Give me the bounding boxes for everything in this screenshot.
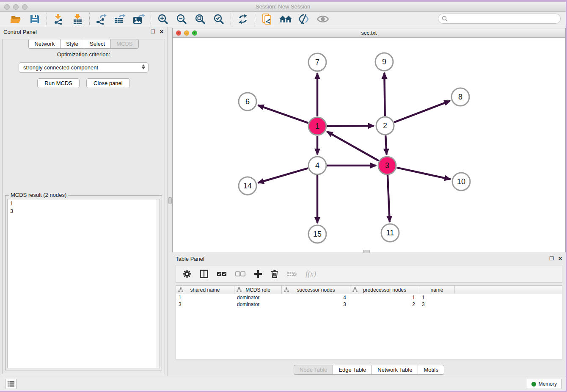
tab-edge-table[interactable]: Edge Table [333, 365, 372, 375]
column-header-successor-nodes[interactable]: successor nodes [282, 286, 350, 294]
tab-node-table[interactable]: Node Table [294, 365, 333, 375]
attribute-type-icon [284, 287, 289, 293]
save-session-button[interactable] [28, 13, 41, 25]
zoom-out-button[interactable] [175, 13, 188, 25]
apply-function-button[interactable]: f(x) [306, 270, 316, 279]
run-mcds-button[interactable]: Run MCDS [37, 78, 80, 88]
import-network-button[interactable] [52, 13, 66, 25]
column-header-filler [455, 286, 562, 294]
node-table: shared nameMCDS rolesuccessor nodesprede… [176, 285, 562, 359]
edge-4-14[interactable] [258, 168, 308, 182]
session-title: Session: New Session [0, 3, 566, 10]
tab-network[interactable]: Network [28, 39, 60, 49]
node-label-1: 1 [315, 122, 319, 130]
mcds-result-node: 1 [8, 199, 160, 207]
tab-select[interactable]: Select [84, 39, 110, 49]
horizontal-splitter-handle[interactable] [363, 250, 370, 253]
edge-3-1[interactable] [327, 132, 379, 161]
memory-label: Memory [539, 381, 557, 387]
cell-successor-nodes[interactable]: 4 [282, 294, 350, 301]
attribute-type-icon [178, 287, 183, 293]
gear-icon [183, 270, 191, 278]
close-panel-icon[interactable]: ✕ [160, 29, 164, 34]
table-settings-button[interactable] [183, 270, 191, 278]
add-row-button[interactable] [254, 270, 262, 278]
memory-button[interactable]: Memory [527, 379, 561, 389]
table-row[interactable]: 1dominator411 [176, 294, 562, 301]
close-table-panel-icon[interactable]: ✕ [558, 256, 562, 261]
cell-predecessor-nodes[interactable]: 2 [350, 301, 419, 308]
trash-icon [271, 270, 278, 278]
node-label-8: 8 [458, 93, 462, 101]
delete-rows-button[interactable] [271, 270, 278, 278]
mcds-result-list[interactable]: 13 [7, 199, 160, 368]
column-header-shared-name[interactable]: shared name [176, 286, 234, 294]
clone-network-button[interactable] [260, 13, 274, 25]
attribute-type-icon [352, 287, 358, 293]
select-all-rows-button[interactable] [217, 271, 227, 277]
zoom-in-button[interactable] [156, 13, 170, 25]
list-icon [8, 381, 14, 387]
export-network-button[interactable] [95, 13, 108, 25]
table-row[interactable]: 3dominator323 [176, 301, 562, 308]
edge-3-10[interactable] [396, 168, 450, 179]
export-image-button[interactable] [132, 13, 146, 25]
cell-name[interactable]: 1 [419, 294, 455, 301]
float-table-panel-icon[interactable]: ❐ [549, 256, 554, 261]
save-floppy-icon [30, 14, 40, 24]
tab-network-table[interactable]: Network Table [372, 365, 418, 375]
vertical-splitter-handle[interactable] [168, 197, 172, 204]
column-header-predecessor-nodes[interactable]: predecessor nodes [350, 286, 419, 294]
column-header-name[interactable]: name [419, 286, 455, 294]
mcds-result-node: 3 [8, 207, 160, 215]
network-canvas[interactable]: 7968124314101511 [173, 38, 565, 252]
delete-table-button[interactable] [287, 271, 297, 277]
zoom-selected-button[interactable] [212, 13, 226, 25]
task-history-button[interactable] [5, 379, 17, 389]
edge-1-2[interactable] [327, 126, 374, 126]
tab-mcds[interactable]: MCDS [110, 39, 138, 49]
control-panel-title: Control Panel [3, 29, 37, 35]
import-network-icon [53, 14, 64, 25]
edge-2-3[interactable] [385, 135, 386, 155]
network-window-titlebar[interactable]: × − + scc.txt [173, 28, 565, 38]
show-columns-button[interactable] [200, 270, 208, 278]
edge-2-9[interactable] [384, 73, 385, 116]
cell-MCDS-role[interactable]: dominator [234, 301, 282, 308]
float-panel-icon[interactable]: ❐ [151, 29, 155, 34]
selected-criterion: strongly connected component [23, 64, 98, 71]
main-toolbar [0, 12, 566, 26]
node-label-10: 10 [457, 177, 465, 186]
result-scrollbar[interactable] [156, 199, 160, 368]
export-network-icon [96, 14, 107, 25]
network-view-window: × − + scc.txt 7968124314101511 [172, 28, 566, 252]
cell-shared-name[interactable]: 3 [176, 301, 234, 308]
cell-MCDS-role[interactable]: dominator [234, 294, 282, 301]
home-view-button[interactable] [279, 13, 292, 25]
column-header-MCDS-role[interactable]: MCDS role [234, 286, 282, 294]
zoom-fit-button[interactable] [193, 13, 207, 25]
cell-predecessor-nodes[interactable]: 1 [350, 294, 419, 301]
cell-successor-nodes[interactable]: 3 [282, 301, 350, 308]
hide-graphics-details-button[interactable] [297, 13, 311, 25]
edge-3-11[interactable] [388, 175, 390, 222]
export-table-button[interactable] [113, 13, 127, 25]
edge-1-6[interactable] [258, 105, 308, 123]
edge-2-8[interactable] [394, 101, 450, 122]
tab-motifs[interactable]: Motifs [418, 365, 444, 375]
tab-style[interactable]: Style [60, 39, 84, 49]
cell-shared-name[interactable]: 1 [176, 294, 234, 301]
optimization-criterion-select[interactable]: strongly connected component [19, 62, 149, 73]
open-session-button[interactable] [9, 13, 23, 25]
cell-name[interactable]: 3 [419, 301, 455, 308]
refresh-network-button[interactable] [236, 13, 250, 25]
import-table-button[interactable] [71, 13, 84, 25]
deselect-all-rows-button[interactable] [235, 271, 245, 277]
export-table-icon [114, 14, 127, 25]
close-panel-button[interactable]: Close panel [86, 78, 130, 88]
show-graphics-details-button[interactable] [316, 13, 330, 25]
clone-network-icon [261, 13, 273, 25]
network-title: scc.txt [173, 30, 565, 36]
search-input[interactable] [450, 16, 557, 22]
zoom-in-icon [157, 13, 169, 25]
